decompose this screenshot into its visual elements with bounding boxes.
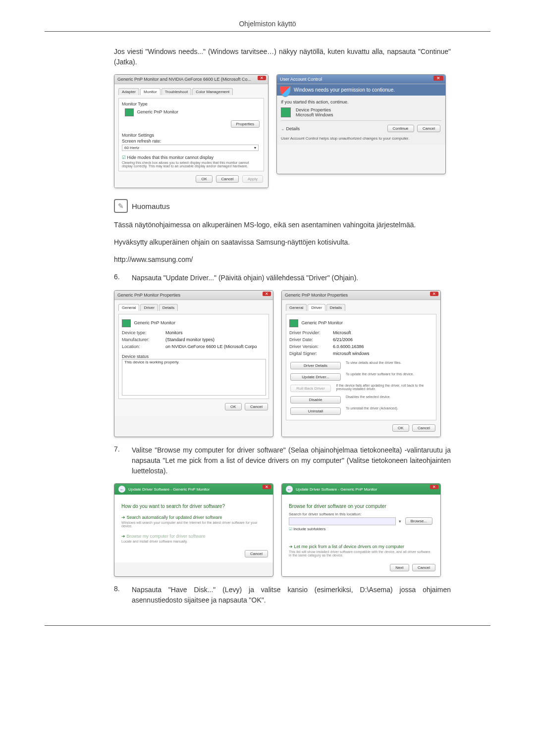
rollback-desc: If the device fails after updating the d…	[336, 384, 433, 393]
close-icon[interactable]: ✕	[430, 485, 438, 489]
tab-details[interactable]: Details	[159, 304, 178, 311]
close-icon[interactable]: ✕	[258, 76, 266, 80]
note-heading: ✎ Huomautus	[114, 199, 451, 213]
label-provider: Driver Provider:	[289, 330, 329, 335]
uninstall-button[interactable]: Uninstall	[290, 407, 341, 415]
option-browse-computer[interactable]: Browse my computer for driver software L…	[118, 531, 269, 546]
cancel-button[interactable]: Cancel	[245, 550, 268, 557]
tab-general[interactable]: General	[286, 304, 307, 311]
note-paragraph-1: Tässä näytönohjaimessa on alkuperäinen M…	[114, 220, 451, 230]
cancel-button[interactable]: Cancel	[412, 424, 435, 432]
hide-modes-description: Clearing this check box allows you to se…	[122, 161, 261, 168]
driver-details-desc: To view details about the driver files.	[346, 361, 401, 370]
value-date: 6/21/2006	[333, 337, 353, 342]
option-label: Search automatically for updated driver …	[127, 515, 222, 520]
shield-icon	[280, 86, 291, 97]
monitor-icon	[289, 319, 298, 327]
refresh-rate-select[interactable]: 60 Hertz ▾	[122, 145, 259, 151]
option-label: Let me pick from a list of device driver…	[294, 544, 405, 549]
ok-button[interactable]: OK	[392, 424, 409, 432]
path-input[interactable]	[289, 517, 396, 525]
chevron-down-icon: ▾	[399, 519, 401, 524]
disable-desc: Disables the selected device.	[346, 395, 391, 404]
uac-app-publisher: Microsoft Windows	[296, 112, 333, 117]
cancel-button[interactable]: Cancel	[216, 175, 239, 183]
content-column: Jos viesti "Windows needs..." (Windows t…	[114, 47, 451, 605]
label-version: Driver Version:	[289, 344, 329, 349]
tab-driver[interactable]: Driver	[140, 304, 158, 311]
monitor-icon	[122, 319, 131, 327]
device-status-text: This device is working properly.	[124, 360, 179, 364]
cancel-button[interactable]: Cancel	[417, 125, 440, 132]
properties-button[interactable]: Properties	[231, 120, 260, 128]
device-name: Generic PnP Monitor	[302, 320, 343, 325]
title-text: Generic PnP Monitor and NVIDIA GeForce 6…	[117, 77, 251, 82]
close-icon[interactable]: ✕	[263, 292, 271, 296]
divider-bottom	[45, 625, 490, 626]
step-number: 7.	[114, 445, 123, 476]
option-label: Browse my computer for driver software	[127, 534, 206, 539]
option-search-auto[interactable]: Search automatically for updated driver …	[118, 512, 269, 531]
device-name: Generic PnP Monitor	[134, 320, 175, 325]
label-location: Search for driver software in this locat…	[286, 512, 436, 516]
close-icon[interactable]: ✕	[263, 485, 271, 489]
ok-button[interactable]: OK	[225, 403, 242, 410]
label-monitor-type: Monitor Type	[122, 101, 261, 106]
window-monitor-settings: Generic PnP Monitor and NVIDIA GeForce 6…	[114, 74, 268, 188]
include-subfolders-checkbox[interactable]: Include subfolders	[286, 526, 436, 532]
back-icon[interactable]: ←	[286, 486, 293, 493]
uac-headline-text: Windows needs your permission to contion…	[294, 87, 395, 93]
uac-headline: Windows needs your permission to contion…	[277, 84, 445, 96]
tab-details[interactable]: Details	[326, 304, 345, 311]
step-text: Napsauta "Update Driver..." (Päivitä ohj…	[132, 273, 451, 283]
uninstall-desc: To uninstall the driver (Advanced).	[346, 406, 398, 416]
close-icon[interactable]: ✕	[430, 292, 438, 296]
value-version: 6.0.6000.16386	[333, 344, 364, 349]
tab-adapter[interactable]: Adapter	[118, 88, 139, 95]
screenshot-row-3: ← Update Driver Software - Generic PnP M…	[114, 483, 451, 577]
window-update-wizard-browse: ← Update Driver Software - Generic PnP M…	[281, 483, 441, 577]
rollback-button[interactable]: Roll Back Driver	[290, 385, 331, 392]
cancel-button[interactable]: Cancel	[245, 403, 268, 410]
step-8: 8. Napsauta "Have Disk..." (Levy) ja val…	[114, 585, 451, 605]
chevron-down-icon[interactable]: ⌄	[281, 126, 285, 131]
tab-monitor[interactable]: Monitor	[140, 88, 160, 95]
ok-button[interactable]: OK	[196, 175, 213, 183]
tab-strip: Adapter Monitor Troubleshoot Color Manag…	[118, 88, 264, 95]
breadcrumb-text: Update Driver Software - Generic PnP Mon…	[296, 487, 377, 492]
chevron-down-icon: ▾	[254, 146, 256, 150]
disable-button[interactable]: Disable	[290, 396, 341, 403]
step-number: 8.	[114, 585, 123, 605]
browse-button[interactable]: Browse...	[405, 517, 432, 525]
breadcrumb: ← Update Driver Software - Generic PnP M…	[282, 484, 440, 495]
next-button[interactable]: Next	[390, 564, 409, 571]
apply-button[interactable]: Apply	[242, 175, 263, 183]
label-location: Location:	[122, 344, 161, 349]
driver-details-button[interactable]: Driver Details	[290, 362, 341, 369]
window-title: Generic PnP Monitor Properties ✕	[282, 291, 440, 300]
option-sub: Windows will search your computer and th…	[121, 521, 266, 528]
window-props-general: Generic PnP Monitor Properties ✕ General…	[114, 290, 273, 437]
cancel-button[interactable]: Cancel	[412, 564, 435, 571]
tab-color-management[interactable]: Color Management	[192, 88, 233, 95]
tab-general[interactable]: General	[118, 304, 139, 311]
label-date: Driver Date:	[289, 337, 329, 342]
back-icon[interactable]: ←	[118, 486, 125, 493]
option-let-me-pick[interactable]: Let me pick from a list of device driver…	[286, 541, 436, 560]
continue-button[interactable]: Continue	[387, 125, 414, 132]
option-sub: This list will show installed driver sof…	[289, 550, 433, 557]
divider-top	[45, 31, 490, 32]
hide-modes-checkbox[interactable]: Hide modes that this monitor cannot disp…	[122, 155, 261, 160]
close-icon[interactable]: ✕	[433, 76, 443, 81]
step-number: 6.	[114, 273, 123, 283]
tab-troubleshoot[interactable]: Troubleshoot	[161, 88, 191, 95]
update-driver-button[interactable]: Update Driver...	[290, 373, 341, 381]
tab-driver[interactable]: Driver	[308, 304, 325, 311]
screenshot-row-1: Generic PnP Monitor and NVIDIA GeForce 6…	[114, 74, 451, 188]
window-title: User Account Control ✕	[277, 75, 445, 84]
details-link[interactable]: Details	[286, 126, 300, 131]
value-location: on NVIDIA GeForce 6600 LE (Microsoft Cor…	[165, 344, 257, 349]
note-url[interactable]: http://www.samsung.com/	[114, 254, 451, 265]
value-device-type: Monitors	[165, 330, 183, 335]
step-text: Napsauta "Have Disk..." (Levy) ja valits…	[132, 585, 451, 605]
